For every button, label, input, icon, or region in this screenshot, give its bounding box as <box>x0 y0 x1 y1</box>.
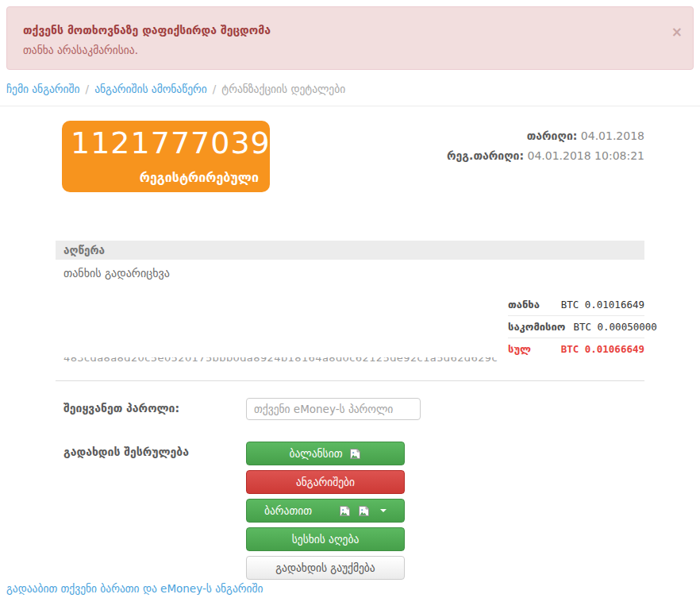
description-section-header: აღწერა <box>56 241 644 260</box>
status-badge: რეგისტრირებული <box>140 170 259 185</box>
transaction-dates: თარიღი: 04.01.2018 რეგ.თარიღი: 04.01.201… <box>447 126 644 166</box>
breadcrumb-separator: / <box>86 83 90 95</box>
broken-image-icon <box>358 505 370 517</box>
total-row: სულ BTC 0.01066649 <box>508 338 644 360</box>
pay-with-accounts-button[interactable]: ანგარიშები <box>246 470 405 494</box>
alert-title: თქვენს მოთხოვნაზე დაფიქსირდა შეცდომა <box>23 24 271 37</box>
take-loan-button[interactable]: სესხის აღება <box>246 527 405 551</box>
description-text: თანხის გადარიცხვა <box>63 267 170 280</box>
total-label: სულ <box>508 343 539 355</box>
broken-image-icon <box>349 448 361 460</box>
amounts-table: თანხა BTC 0.01016649 საკომისიო BTC 0.000… <box>508 294 644 360</box>
reg-date-value: 04.01.2018 10:08:21 <box>528 149 645 162</box>
breadcrumb-account-statement[interactable]: ანგარიშის ამონაწერი <box>94 83 207 95</box>
commission-row: საკომისიო BTC 0.00050000 <box>508 316 644 338</box>
date-value: 04.01.2018 <box>581 129 644 142</box>
amount-label: თანხა <box>508 299 548 311</box>
transaction-id-badge: 1121777039 რეგისტრირებული <box>62 121 270 192</box>
amount-row: თანხა BTC 0.01016649 <box>508 294 644 316</box>
pay-with-card-button[interactable]: ბარათით <box>246 499 405 523</box>
take-loan-label: სესხის აღება <box>292 533 360 546</box>
password-label: შეიყვანეთ პაროლი: <box>63 402 179 415</box>
total-value: BTC 0.01066649 <box>561 343 644 355</box>
content-divider <box>56 380 644 381</box>
transaction-id: 1121777039 <box>71 122 271 164</box>
header-divider <box>0 106 700 106</box>
pay-with-balance-button[interactable]: ბალანსით <box>246 442 405 465</box>
breadcrumb-my-account[interactable]: ჩემი ანგარიში <box>6 83 80 95</box>
date-row: თარიღი: 04.01.2018 <box>447 126 644 146</box>
pay-with-card-label: ბარათით <box>264 504 312 517</box>
password-input[interactable] <box>246 398 421 420</box>
close-icon[interactable]: × <box>671 25 683 39</box>
pay-with-accounts-label: ანგარიშები <box>296 476 355 488</box>
broken-image-icon <box>339 505 351 517</box>
reg-date-label: რეგ.თარიღი: <box>447 149 524 162</box>
payment-execution-label: გადახდის შესრულება <box>63 446 189 458</box>
commission-label: საკომისიო <box>508 321 573 333</box>
pay-with-balance-label: ბალანსით <box>290 447 343 460</box>
alert-message: თანხა არასაკმარისია. <box>23 44 138 56</box>
caret-down-icon[interactable] <box>380 509 387 512</box>
cancel-payment-label: გადახდის გაუქმება <box>275 561 375 574</box>
breadcrumb-separator: / <box>213 83 217 95</box>
date-label: თარიღი: <box>527 129 578 142</box>
transaction-details-page: თქვენს მოთხოვნაზე დაფიქსირდა შეცდომა თან… <box>0 0 700 598</box>
cancel-payment-button[interactable]: გადახდის გაუქმება <box>246 556 405 580</box>
error-alert: თქვენს მოთხოვნაზე დაფიქსირდა შეცდომა თან… <box>6 6 694 70</box>
payment-buttons: ბალანსით ანგარიშები ბარათით <box>246 442 405 580</box>
transaction-hash: 483cda8a8d20c5e0520175bbb0da8924b18164a8… <box>63 357 587 368</box>
link-card-account-link[interactable]: გადააბით თქვენი ბარათი და eMoney-ს ანგარ… <box>6 582 263 595</box>
transaction-hash-text: 483cda8a8d20c5e0520175bbb0da8924b18164a8… <box>63 357 587 364</box>
amount-value: BTC 0.01016649 <box>561 299 644 311</box>
breadcrumb-current: ტრანზაქციის დეტალები <box>221 83 345 95</box>
commission-value: BTC 0.00050000 <box>573 321 656 333</box>
breadcrumb: ჩემი ანგარიში/ანგარიშის ამონაწერი/ტრანზა… <box>6 83 345 95</box>
reg-date-row: რეგ.თარიღი: 04.01.2018 10:08:21 <box>447 146 644 166</box>
